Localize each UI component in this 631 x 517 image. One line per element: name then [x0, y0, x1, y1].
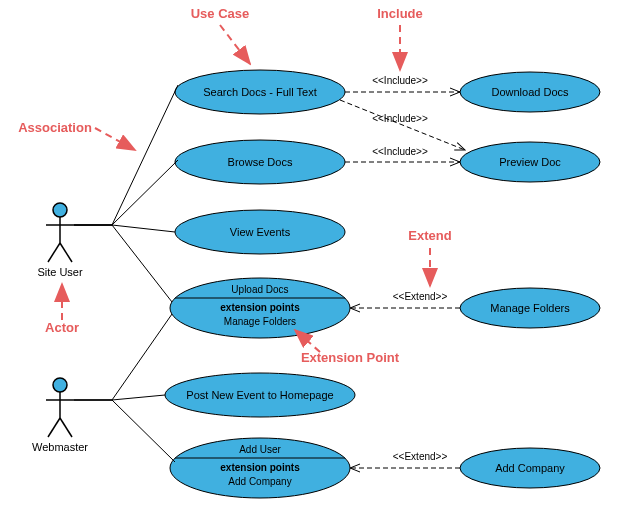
- usecase-post-event: Post New Event to Homepage: [165, 373, 355, 417]
- svg-line-4: [60, 243, 72, 262]
- usecase-add-company: Add Company: [460, 448, 600, 488]
- svg-line-3: [48, 243, 60, 262]
- callout-include: Include: [377, 6, 423, 21]
- svg-point-0: [53, 203, 67, 217]
- callout-actor: Actor: [45, 320, 79, 335]
- usecase-preview-doc: Preview Doc: [460, 142, 600, 182]
- usecase-download-docs: Download Docs: [460, 72, 600, 112]
- svg-text:View Events: View Events: [230, 226, 291, 238]
- svg-text:<<Include>>: <<Include>>: [372, 75, 428, 86]
- svg-text:Manage Folders: Manage Folders: [490, 302, 570, 314]
- actor-webmaster: Webmaster: [32, 378, 88, 453]
- association-line: [74, 160, 178, 225]
- svg-text:Add Company: Add Company: [495, 462, 565, 474]
- svg-text:<<Include>>: <<Include>>: [372, 113, 428, 124]
- callout-association: Association: [18, 120, 92, 135]
- svg-text:Preview Doc: Preview Doc: [499, 156, 561, 168]
- actor-site-user: Site User: [37, 203, 83, 278]
- svg-text:Post New Event to Homepage: Post New Event to Homepage: [186, 389, 333, 401]
- callout-arrow: [95, 128, 135, 150]
- svg-line-8: [48, 418, 60, 437]
- association-line: [74, 225, 175, 232]
- extension-point-label: Add Company: [228, 476, 291, 487]
- usecase-view-events: View Events: [175, 210, 345, 254]
- svg-text:Upload Docs: Upload Docs: [231, 284, 288, 295]
- association-line: [74, 400, 175, 462]
- association-line: [74, 395, 165, 400]
- callout-extend: Extend: [408, 228, 451, 243]
- association-line: [74, 225, 172, 302]
- usecase-browse-docs: Browse Docs: [175, 140, 345, 184]
- callout-extension-point: Extension Point: [301, 350, 400, 365]
- svg-text:Browse Docs: Browse Docs: [228, 156, 293, 168]
- svg-text:extension points: extension points: [220, 302, 300, 313]
- svg-text:<<Extend>>: <<Extend>>: [393, 291, 448, 302]
- use-case-diagram: Site User Webmaster Search Docs - Full T…: [0, 0, 631, 517]
- svg-text:extension points: extension points: [220, 462, 300, 473]
- actor-label: Webmaster: [32, 441, 88, 453]
- svg-text:<<Extend>>: <<Extend>>: [393, 451, 448, 462]
- callout-usecase: Use Case: [191, 6, 250, 21]
- extension-point-label: Manage Folders: [224, 316, 296, 327]
- usecase-add-user: Add User extension points Add Company: [170, 438, 350, 498]
- usecase-search-docs: Search Docs - Full Text: [175, 70, 345, 114]
- association-line: [74, 314, 172, 400]
- callout-arrow: [220, 25, 250, 64]
- svg-text:<<Include>>: <<Include>>: [372, 146, 428, 157]
- association-line: [74, 85, 178, 225]
- svg-point-5: [53, 378, 67, 392]
- svg-text:Search Docs - Full Text: Search Docs - Full Text: [203, 86, 317, 98]
- svg-text:Download Docs: Download Docs: [491, 86, 569, 98]
- actor-label: Site User: [37, 266, 83, 278]
- include-line: [340, 100, 465, 150]
- svg-line-9: [60, 418, 72, 437]
- usecase-manage-folders: Manage Folders: [460, 288, 600, 328]
- svg-text:Add User: Add User: [239, 444, 281, 455]
- usecase-upload-docs: Upload Docs extension points Manage Fold…: [170, 278, 350, 338]
